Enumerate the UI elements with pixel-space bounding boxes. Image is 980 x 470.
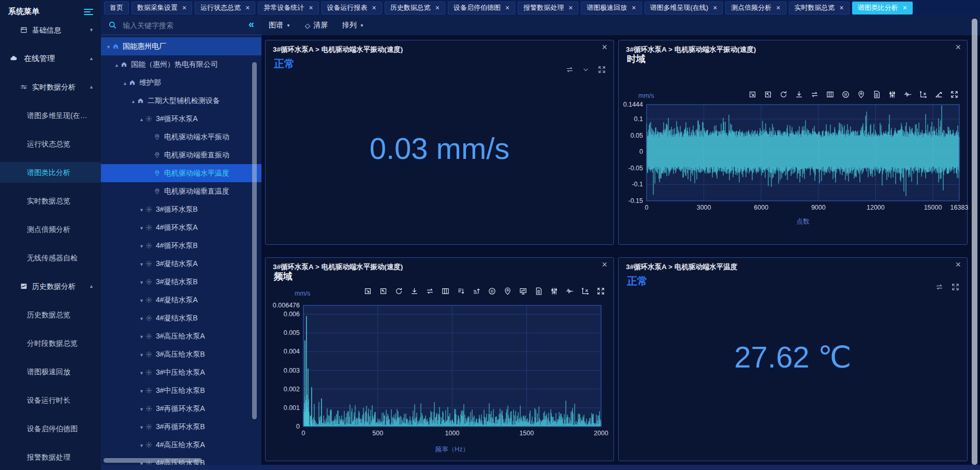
tree-node-国能（惠州）热电有限公司[interactable]: ▲国能（惠州）热电有限公司 (101, 55, 261, 74)
tree-node-3#中压给水泵B[interactable]: ▼3#中压给水泵B (101, 381, 261, 400)
chevron-down-icon[interactable]: ▼ (139, 274, 145, 291)
tree-horizontal-scrollbar[interactable] (104, 458, 202, 463)
sidebar-item-基础信息[interactable]: 基础信息▼ (0, 20, 101, 40)
tab-close-icon[interactable]: × (903, 4, 907, 11)
tab-close-icon[interactable]: × (632, 4, 636, 11)
tab-首页[interactable]: 首页 (104, 2, 129, 14)
expand-icon[interactable] (950, 90, 959, 99)
chevron-down-icon[interactable]: ▼ (139, 292, 145, 309)
chart-menu-button[interactable]: 图谱 ▼ (269, 21, 290, 30)
sort-asc-icon[interactable] (472, 287, 481, 296)
tree-node-3#循环水泵B[interactable]: ▼3#循环水泵B (101, 200, 261, 218)
sidebar-item-设备启停伯德图[interactable]: 设备启停伯德图 (0, 418, 101, 439)
tab-谱图极速回放[interactable]: 谱图极速回放× (581, 2, 641, 14)
tab-运行状态总览[interactable]: 运行状态总览× (195, 2, 255, 14)
axes-x-icon[interactable] (581, 287, 590, 296)
sidebar-item-谱图多维呈现(在线)[interactable]: 谱图多维呈现(在线) (0, 105, 101, 126)
tree-node-3#再循环水泵A[interactable]: ▼3#再循环水泵A (101, 400, 261, 418)
chevron-up-icon[interactable]: ▲ (131, 93, 137, 110)
crop-out-icon[interactable] (379, 287, 388, 296)
tree-node-3#高压给水泵A[interactable]: ▼3#高压给水泵A (101, 327, 261, 345)
download-icon[interactable] (795, 90, 803, 99)
tab-close-icon[interactable]: × (245, 4, 250, 11)
tab-异常设备统计[interactable]: 异常设备统计× (258, 2, 318, 14)
pause-icon[interactable] (841, 90, 850, 99)
chevron-down-icon[interactable]: ▼ (139, 437, 145, 454)
tree-node-3#再循环水泵B[interactable]: ▼3#再循环水泵B (101, 418, 261, 436)
clear-screen-button[interactable]: ◇ 清屏 (305, 21, 328, 30)
sidebar-item-测点倍频分析[interactable]: 测点倍频分析 (0, 219, 101, 240)
chevron-down-icon[interactable]: ▼ (106, 38, 112, 55)
close-icon[interactable]: × (602, 42, 607, 52)
wave-icon[interactable] (903, 90, 912, 99)
tab-设备启停伯德图[interactable]: 设备启停伯德图× (448, 2, 515, 14)
tree-node-4#凝结水泵A[interactable]: ▼4#凝结水泵A (101, 291, 261, 309)
chevron-down-icon[interactable]: ▼ (139, 310, 145, 327)
tree-node-4#高压给水泵A[interactable]: ▼4#高压给水泵A (101, 436, 261, 454)
chevron-down-icon[interactable]: ▼ (139, 401, 145, 418)
close-icon[interactable]: × (955, 42, 961, 52)
doc-icon[interactable] (534, 287, 543, 296)
tab-close-icon[interactable]: × (309, 4, 313, 11)
tab-close-icon[interactable]: × (182, 4, 186, 11)
tree-node-4#循环水泵B[interactable]: ▼4#循环水泵B (101, 237, 261, 255)
close-icon[interactable]: × (602, 260, 607, 269)
sliders-icon[interactable] (888, 90, 897, 99)
chevron-down-icon[interactable]: ▼ (139, 364, 145, 381)
tab-close-icon[interactable]: × (435, 4, 440, 11)
sliders-icon[interactable] (550, 287, 559, 296)
tab-close-icon[interactable]: × (776, 4, 780, 11)
axes-x-icon[interactable] (919, 90, 928, 99)
chevron-down-icon[interactable] (581, 65, 590, 74)
tree-node-4#循环水泵A[interactable]: ▼4#循环水泵A (101, 218, 261, 237)
monitor-icon[interactable] (519, 287, 528, 296)
sort-desc-icon[interactable] (457, 287, 465, 296)
sidebar-item-历史数据总览[interactable]: 历史数据总览 (0, 304, 101, 325)
pin-icon[interactable] (857, 90, 866, 99)
sidebar-item-无线传感器自检[interactable]: 无线传感器自检 (0, 247, 101, 268)
tree-node-电机驱动端垂直振动[interactable]: 电机驱动端垂直振动 (101, 146, 261, 164)
tab-close-icon[interactable]: × (505, 4, 509, 11)
chevron-down-icon[interactable]: ▼ (139, 419, 145, 436)
refresh-icon[interactable] (779, 90, 788, 99)
sidebar-item-报警数据处理[interactable]: 报警数据处理 (0, 447, 101, 467)
tab-close-icon[interactable]: × (840, 4, 844, 11)
chevron-down-icon[interactable]: ▼ (139, 383, 145, 400)
tree-node-二期大型辅机检测设备[interactable]: ▲二期大型辅机检测设备 (101, 92, 261, 110)
doc-icon[interactable] (872, 90, 881, 99)
tree-node-维护部[interactable]: ▲维护部 (101, 74, 261, 92)
tab-报警数据处理[interactable]: 报警数据处理× (518, 2, 578, 14)
expand-icon[interactable] (597, 65, 606, 74)
swap-icon[interactable] (426, 287, 434, 296)
chevron-down-icon[interactable]: ▼ (139, 238, 145, 255)
tree-node-3#凝结水泵A[interactable]: ▼3#凝结水泵A (101, 255, 261, 273)
sidebar-item-历史数据分析[interactable]: 历史数据分析▲ (0, 276, 101, 297)
swap-icon[interactable] (565, 65, 574, 74)
refresh-icon[interactable] (394, 287, 403, 296)
sidebar-item-实时数据总览[interactable]: 实时数据总览 (0, 190, 101, 211)
tab-测点倍频分析[interactable]: 测点倍频分析× (725, 2, 786, 14)
tab-谱图多维呈现(在线)[interactable]: 谱图多维呈现(在线)× (645, 2, 723, 14)
tree-vertical-scrollbar[interactable] (252, 62, 257, 419)
tab-实时数据总览[interactable]: 实时数据总览× (789, 2, 850, 14)
close-icon[interactable]: × (955, 260, 961, 269)
tab-数据采集设置[interactable]: 数据采集设置× (131, 2, 192, 14)
sidebar-item-运行状态总览[interactable]: 运行状态总览 (0, 134, 101, 154)
crop-out-icon[interactable] (764, 90, 772, 99)
sidebar-item-实时数据分析[interactable]: 实时数据分析▲ (0, 77, 101, 97)
swap-icon[interactable] (935, 283, 944, 291)
sidebar-item-在线管理[interactable]: 在线管理▲ (0, 48, 101, 69)
download-icon[interactable] (410, 287, 419, 296)
crop-in-icon[interactable] (363, 287, 372, 296)
pin-icon[interactable] (503, 287, 512, 296)
tree-node-电机驱动端垂直温度[interactable]: 电机驱动端垂直温度 (101, 182, 261, 200)
tab-close-icon[interactable]: × (372, 4, 376, 11)
menu-collapse-icon[interactable] (84, 9, 93, 16)
time-domain-chart[interactable]: 0.14440.10.050-0.05-0.1-0.15030006000900… (619, 101, 968, 222)
chevron-up-icon[interactable]: ▲ (114, 56, 121, 74)
tree-node-3#高压给水泵B[interactable]: ▼3#高压给水泵B (101, 345, 261, 363)
chevron-down-icon[interactable]: ▼ (139, 346, 145, 363)
frequency-domain-chart[interactable]: 0.0064760.0060.0050.0040.0030.0020.00100… (266, 302, 615, 451)
collapse-tree-icon[interactable]: « (248, 18, 254, 30)
tree-node-3#中压给水泵A[interactable]: ▼3#中压给水泵A (101, 363, 261, 381)
